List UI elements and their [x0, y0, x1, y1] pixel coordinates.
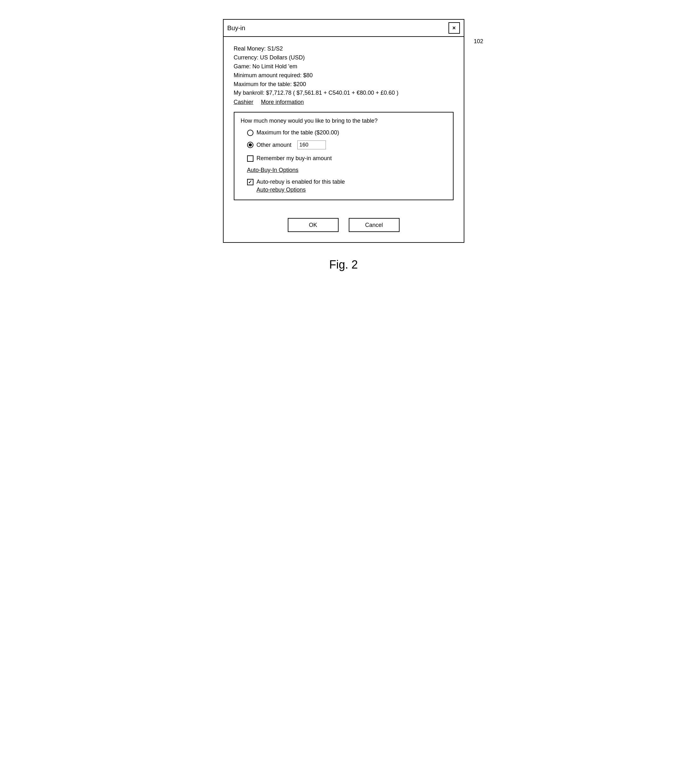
remember-checkbox-item[interactable]: Remember my buy-in amount	[247, 155, 447, 162]
info-section: Real Money: S1/S2 Currency: US Dollars (…	[234, 44, 454, 105]
close-button[interactable]: ×	[449, 22, 460, 34]
dialog-title: Buy-in	[227, 25, 245, 32]
radio-item-other[interactable]: Other amount	[247, 140, 447, 149]
auto-rebuy-label: Auto-rebuy is enabled for this table	[256, 179, 345, 185]
remember-checkbox[interactable]	[247, 155, 253, 162]
more-information-link[interactable]: More information	[261, 99, 304, 105]
question-text: How much money would you like to bring t…	[241, 118, 447, 124]
cashier-link[interactable]: Cashier	[234, 99, 253, 105]
radio-other-circle[interactable]	[247, 142, 253, 148]
auto-rebuy-options-link[interactable]: Auto-rebuy Options	[256, 186, 306, 193]
inner-box: How much money would you like to bring t…	[234, 112, 454, 200]
info-line-5: Maximum for the table: $200	[234, 80, 454, 89]
radio-item-maximum[interactable]: Maximum for the table ($200.00)	[247, 129, 447, 136]
dialog-content: Real Money: S1/S2 Currency: US Dollars (…	[224, 37, 464, 209]
radio-other-label: Other amount	[256, 142, 292, 148]
amount-input[interactable]	[297, 140, 326, 149]
radio-maximum-circle[interactable]	[247, 130, 253, 136]
auto-buyin-link-section: Auto-Buy-In Options	[247, 167, 447, 173]
remember-checkbox-section: Remember my buy-in amount	[247, 155, 447, 162]
info-line-1: Real Money: S1/S2	[234, 44, 454, 53]
page-wrapper: 102 Buy-in × Real Money: S1/S2 Currency:…	[220, 19, 468, 272]
info-line-3: Game: No Limit Hold 'em	[234, 62, 454, 71]
links-row: Cashier More information	[234, 99, 454, 105]
dialog-footer: OK Cancel	[224, 209, 464, 242]
radio-group: Maximum for the table ($200.00) Other am…	[247, 129, 447, 149]
annotation-102: 102	[473, 38, 483, 45]
auto-buyin-options-link[interactable]: Auto-Buy-In Options	[247, 167, 299, 173]
info-line-6: My bankroll: $7,712.78 ( $7,561.81 + C54…	[234, 89, 454, 97]
cancel-button[interactable]: Cancel	[349, 218, 399, 232]
auto-rebuy-line: Auto-rebuy is enabled for this table	[247, 179, 447, 185]
info-line-2: Currency: US Dollars (USD)	[234, 53, 454, 62]
figure-caption: Fig. 2	[329, 258, 358, 272]
radio-maximum-label: Maximum for the table ($200.00)	[256, 129, 339, 136]
dialog-titlebar: Buy-in ×	[224, 20, 464, 37]
auto-rebuy-section: Auto-rebuy is enabled for this table Aut…	[247, 179, 447, 193]
dialog-box: Buy-in × Real Money: S1/S2 Currency: US …	[223, 19, 464, 243]
ok-button[interactable]: OK	[288, 218, 339, 232]
auto-rebuy-checkbox[interactable]	[247, 179, 253, 185]
dialog-container: 102 Buy-in × Real Money: S1/S2 Currency:…	[223, 19, 464, 243]
remember-label: Remember my buy-in amount	[256, 155, 332, 162]
info-line-4: Minimum amount required: $80	[234, 71, 454, 80]
